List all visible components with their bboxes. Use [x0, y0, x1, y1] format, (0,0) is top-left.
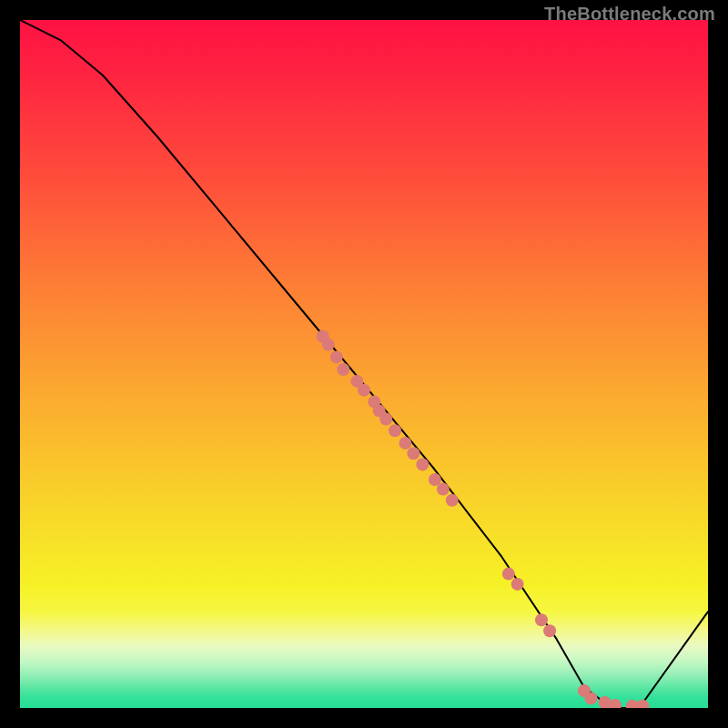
data-point: [446, 494, 459, 507]
plot-area: [20, 20, 708, 708]
chart-stage: TheBottleneck.com: [0, 0, 728, 728]
data-point: [337, 363, 349, 376]
data-point: [636, 700, 649, 708]
data-point: [379, 413, 392, 426]
data-point: [502, 568, 515, 581]
data-point: [358, 384, 370, 397]
data-point: [437, 483, 450, 496]
data-point: [535, 613, 548, 626]
data-point: [389, 424, 401, 437]
data-point: [543, 624, 556, 637]
data-point: [511, 578, 524, 591]
data-point: [429, 473, 441, 486]
bottleneck-curve: [20, 20, 708, 708]
watermark-text: TheBottleneck.com: [544, 4, 715, 25]
data-point: [407, 447, 420, 460]
chart-overlay: [20, 20, 708, 708]
data-point: [399, 437, 411, 450]
data-point: [330, 350, 343, 363]
data-points-group: [317, 330, 650, 708]
data-point: [322, 339, 335, 351]
data-point: [416, 458, 429, 470]
data-point: [585, 692, 598, 704]
